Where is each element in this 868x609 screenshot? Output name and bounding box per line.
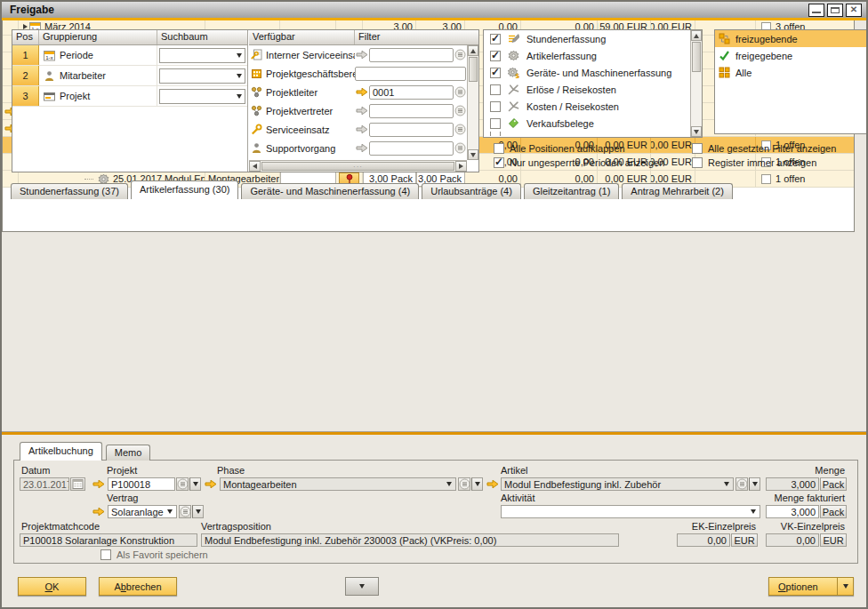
phase-dropdown-button[interactable] <box>471 477 483 491</box>
maximize-button[interactable] <box>827 4 843 17</box>
type-list-scrollbar[interactable] <box>690 30 702 137</box>
checkbox-icon[interactable] <box>490 68 501 78</box>
release-state-item[interactable]: freigegebene <box>715 47 867 64</box>
artikel-dropdown-button[interactable] <box>749 477 760 491</box>
menge-fakturiert-field[interactable]: 3,000 <box>766 505 819 518</box>
chevron-down-icon[interactable] <box>748 506 759 517</box>
option-always-show-register[interactable]: Register immer anzeigen <box>692 157 816 168</box>
chevron-down-icon[interactable] <box>444 478 454 490</box>
phase-choose-list-button[interactable] <box>458 477 470 491</box>
grouping-row[interactable]: 11-xPeriode <box>12 45 247 66</box>
calendar-button[interactable] <box>70 477 85 491</box>
filter-input[interactable] <box>369 123 454 137</box>
minimize-button[interactable] <box>808 4 824 17</box>
projekt-field[interactable]: P100018 <box>108 477 175 491</box>
menge-fakturiert-unit-button[interactable]: Pack <box>820 505 847 518</box>
option-expand-all[interactable]: Alle Positionen aufklappen <box>494 143 625 154</box>
collapse-detail-button[interactable] <box>345 577 379 596</box>
phase-combo[interactable]: Montagearbeiten <box>220 477 456 491</box>
checkbox-icon[interactable] <box>490 118 501 129</box>
phase-link-arrow-icon[interactable] <box>204 477 217 491</box>
projekt-dropdown-button[interactable] <box>189 477 201 491</box>
record-type-item[interactable]: Verkaufsbelege <box>484 115 690 132</box>
checkbox-icon[interactable] <box>490 84 501 95</box>
artikel-choose-list-button[interactable] <box>735 477 748 491</box>
menge-unit-button[interactable]: Pack <box>820 477 847 491</box>
tab-memo[interactable]: Memo <box>106 445 151 461</box>
checkbox-icon[interactable] <box>692 143 703 154</box>
freigabe-checkbox[interactable] <box>761 174 771 184</box>
record-type-item[interactable]: Artikelerfassung <box>484 47 690 64</box>
tab-stundenerfassung-37-[interactable]: Stundenerfassung (37) <box>11 183 128 199</box>
release-state-item[interactable]: freizugebende <box>715 30 867 47</box>
options-button[interactable]: Optionen <box>768 577 854 596</box>
vertrag-choose-list-button[interactable] <box>179 505 191 518</box>
scroll-right-icon[interactable] <box>455 161 467 172</box>
filter-input[interactable] <box>369 141 454 156</box>
choose-list-icon[interactable] <box>454 124 466 135</box>
chevron-down-icon[interactable] <box>233 49 245 62</box>
checkbox-icon[interactable] <box>494 157 504 168</box>
link-arrow-gray-icon[interactable] <box>355 124 368 135</box>
scroll-down-icon[interactable] <box>468 149 478 160</box>
cancel-button[interactable]: Abbrechen <box>99 577 177 596</box>
record-type-item[interactable]: Stundenerfassung <box>484 30 690 47</box>
checkbox-icon[interactable] <box>692 157 703 168</box>
suchbaum-combobox[interactable] <box>159 48 245 63</box>
link-arrow-gray-icon[interactable] <box>355 105 368 116</box>
checkbox-icon[interactable] <box>100 549 111 560</box>
scroll-left-icon[interactable] <box>249 161 261 172</box>
datum-field[interactable]: 23.01.2017 <box>20 477 69 491</box>
chevron-down-icon[interactable] <box>233 90 245 103</box>
checkbox-icon[interactable] <box>490 101 501 112</box>
scroll-up-icon[interactable] <box>468 45 478 56</box>
chevron-down-icon[interactable] <box>837 578 853 595</box>
tab-artikelerfassung-30-[interactable]: Artikelerfassung (30) <box>131 180 239 199</box>
vertrag-dropdown-button[interactable] <box>192 505 204 518</box>
filter-input[interactable] <box>369 48 454 62</box>
tab-urlaubsantr-ge-4-[interactable]: Urlaubsanträge (4) <box>422 183 521 199</box>
link-arrow-gray-icon[interactable] <box>355 49 368 60</box>
chevron-down-icon[interactable] <box>165 506 175 517</box>
choose-list-icon[interactable] <box>454 105 466 116</box>
chevron-down-icon[interactable] <box>721 478 732 490</box>
choose-list-icon[interactable] <box>454 49 466 60</box>
tab-ger-te-und-maschinenerfassung-4-[interactable]: Geräte- und Maschinenerfassung (4) <box>241 183 419 199</box>
available-horizontal-scrollbar[interactable]: ··· <box>249 160 467 172</box>
record-type-item[interactable]: Kosten / Reisekosten <box>484 98 690 115</box>
record-type-item[interactable]: $Geräte- und Maschinenerfassung <box>484 64 690 81</box>
close-button[interactable]: ✕ <box>846 4 862 17</box>
suchbaum-combobox[interactable] <box>159 89 245 104</box>
vertrag-combo[interactable]: Solaranlage <box>108 505 177 518</box>
artikel-combo[interactable]: Modul Endbefestigung inkl. Zubehör <box>501 477 734 491</box>
favorit-checkbox[interactable]: Als Favorit speichern <box>100 549 208 560</box>
chevron-down-icon[interactable] <box>233 69 245 83</box>
scrollbar-thumb[interactable]: ··· <box>261 162 454 171</box>
option-unlocked-periods[interactable]: Nur ungesperrte Perioden anzeigen <box>494 157 664 168</box>
option-show-set-filters[interactable]: Alle gesetzten Filter anzeigen <box>692 143 836 154</box>
suchbaum-combobox[interactable] <box>159 68 245 84</box>
checkbox-icon[interactable] <box>490 51 501 61</box>
grouping-row[interactable]: 3Projekt <box>12 86 247 107</box>
link-arrow-gold-icon[interactable] <box>355 86 368 98</box>
grouping-row[interactable]: 2Mitarbeiter <box>12 66 247 86</box>
scrollbar-thumb[interactable] <box>469 57 478 82</box>
choose-list-icon[interactable] <box>454 142 466 154</box>
tab-artikelbuchung[interactable]: Artikelbuchung <box>20 442 102 461</box>
projekt-link-arrow-icon[interactable] <box>92 477 105 491</box>
tab-antrag-mehrarbeit-2-[interactable]: Antrag Mehrarbeit (2) <box>622 183 733 199</box>
filter-input[interactable]: 0001 <box>369 85 454 100</box>
filter-input[interactable] <box>355 67 466 81</box>
available-vertical-scrollbar[interactable] <box>467 45 478 160</box>
checkbox-icon[interactable] <box>490 34 501 44</box>
artikel-link-arrow-icon[interactable] <box>486 477 499 491</box>
link-arrow-gray-icon[interactable] <box>355 142 368 154</box>
scrollbar-thumb[interactable] <box>692 42 701 72</box>
filter-input[interactable] <box>369 104 454 118</box>
record-type-item[interactable]: Erlöse / Reisekosten <box>484 81 690 98</box>
projekt-choose-list-button[interactable] <box>176 477 189 491</box>
scroll-up-icon[interactable] <box>691 30 702 41</box>
ok-button[interactable]: OK <box>18 577 86 596</box>
checkbox-icon[interactable] <box>494 143 504 154</box>
tab-gleitzeitantrag-1-[interactable]: Gleitzeitantrag (1) <box>524 183 619 199</box>
